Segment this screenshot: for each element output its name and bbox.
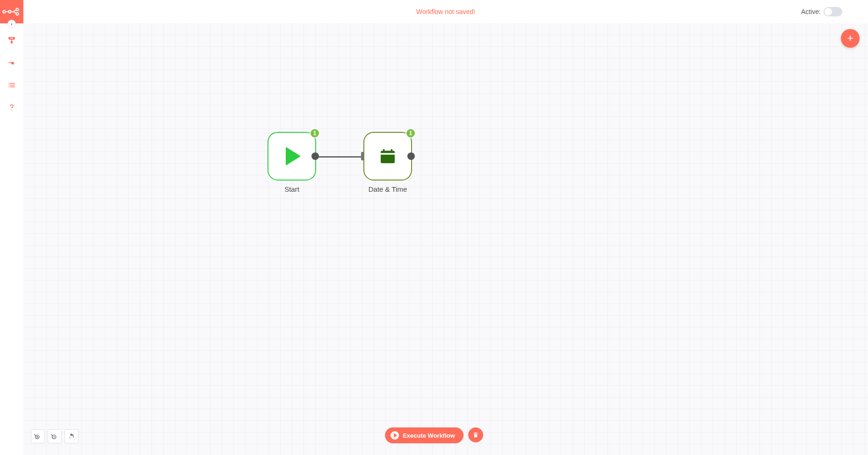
play-icon <box>286 147 301 166</box>
svg-point-2 <box>16 8 18 11</box>
node-start-badge: 1 <box>310 128 320 138</box>
calendar-icon <box>378 147 397 166</box>
node-datetime-wrap: 1 Date & Time <box>363 132 412 193</box>
sidebar-item-credentials[interactable] <box>0 51 23 74</box>
node-datetime[interactable]: 1 <box>363 132 412 181</box>
workflow-canvas[interactable]: 1 Start 1 Date & Time <box>23 23 868 455</box>
node-datetime-input-port[interactable] <box>361 152 364 160</box>
svg-point-1 <box>8 10 11 13</box>
delete-button[interactable] <box>468 427 483 442</box>
sidebar: › <box>0 0 23 455</box>
zoom-out-button[interactable] <box>48 429 62 443</box>
execute-workflow-label: Execute Workflow <box>403 432 455 439</box>
sidebar-expand-button[interactable]: › <box>7 20 16 28</box>
network-icon <box>7 36 16 44</box>
zoom-controls <box>31 429 79 443</box>
node-datetime-label: Date & Time <box>363 185 412 193</box>
execute-workflow-button[interactable]: Execute Workflow <box>385 427 463 443</box>
svg-point-0 <box>3 10 5 13</box>
sidebar-item-help[interactable] <box>0 96 23 119</box>
zoom-in-icon <box>34 433 42 440</box>
trash-icon <box>472 432 479 438</box>
active-label: Active: <box>801 8 821 15</box>
add-node-button[interactable]: + <box>841 29 860 48</box>
play-circle-icon <box>391 431 399 440</box>
node-datetime-badge: 1 <box>405 128 416 138</box>
key-icon <box>7 58 16 67</box>
svg-rect-4 <box>9 37 10 38</box>
svg-point-3 <box>16 13 18 15</box>
sidebar-item-workflows[interactable] <box>0 29 23 51</box>
svg-rect-6 <box>11 41 13 43</box>
bottom-actions: Execute Workflow <box>385 427 483 443</box>
node-start[interactable]: 1 <box>268 132 316 181</box>
svg-rect-5 <box>13 37 14 38</box>
workflow-status-message: Workflow not saved! <box>416 8 475 15</box>
question-icon <box>7 103 16 112</box>
n8n-logo-icon <box>2 7 21 16</box>
active-toggle[interactable] <box>824 7 842 16</box>
node-datetime-output-port[interactable] <box>407 152 415 160</box>
zoom-in-button[interactable] <box>31 429 45 443</box>
zoom-reset-button[interactable] <box>65 429 79 443</box>
topbar: Workflow not saved! Active: <box>23 0 868 23</box>
zoom-out-icon <box>51 433 58 440</box>
svg-rect-7 <box>11 37 13 38</box>
node-start-output-port[interactable] <box>311 152 319 160</box>
node-start-label: Start <box>268 185 316 193</box>
sidebar-item-executions[interactable] <box>0 74 23 96</box>
app-logo[interactable]: › <box>0 0 23 23</box>
tasks-icon <box>7 81 16 89</box>
node-start-wrap: 1 Start <box>268 132 316 193</box>
active-toggle-group: Active: <box>801 7 842 16</box>
plus-icon: + <box>847 32 854 44</box>
undo-icon <box>68 433 75 440</box>
